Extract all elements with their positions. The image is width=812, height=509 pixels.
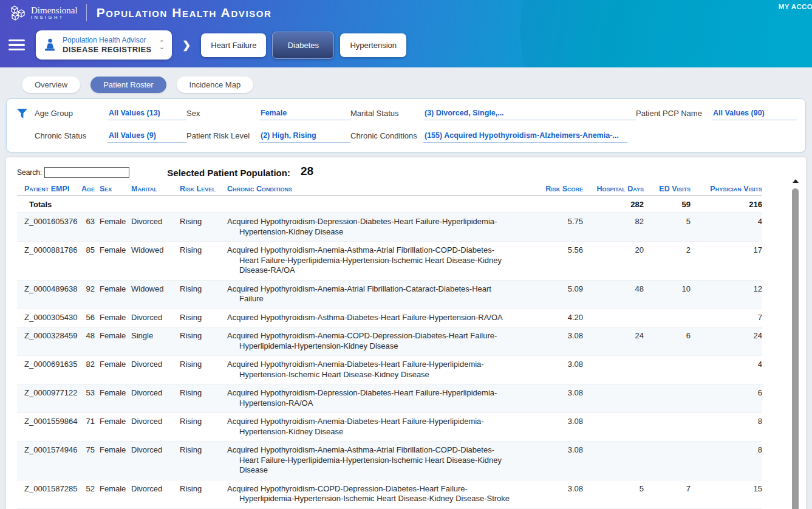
hamburger-menu-icon[interactable] <box>9 39 25 51</box>
selected-population-count: 28 <box>301 165 313 178</box>
selector-spinner-icon[interactable]: ⌃⌄ <box>159 41 166 49</box>
cell-physician-visits: 7 <box>691 309 762 327</box>
tab-overview[interactable]: Overview <box>22 77 80 93</box>
cell-ed-visits <box>644 413 691 442</box>
filter-value-marital-status[interactable]: (3) Divorced, Single,... <box>423 107 636 120</box>
cell-marital: Divorced <box>131 356 180 384</box>
table-row[interactable]: Z_0000691635 82 Female Divorced Rising A… <box>17 356 762 384</box>
table-row[interactable]: Z_0000881786 85 Female Widowed Rising Ac… <box>17 242 762 281</box>
cell-chronic-conditions: Acquired Hypothyroidism-Anemia-COPD-Depr… <box>227 327 541 356</box>
filter-funnel-icon <box>16 107 35 119</box>
table-row[interactable]: Z_0000977122 53 Female Divorced Rising A… <box>17 384 762 413</box>
header-divider <box>86 4 87 21</box>
tab-heart-failure[interactable]: Heart Failure <box>201 33 266 57</box>
cell-chronic-conditions: Acquired Hypothyroidism-Depression-Diabe… <box>227 384 541 413</box>
chevron-right-icon[interactable]: ❯ <box>182 39 191 52</box>
cell-risk-level: Rising <box>180 309 227 327</box>
tab-incidence-map[interactable]: Incidence Map <box>177 77 254 93</box>
cell-age: 85 <box>78 242 95 281</box>
cell-hospital-days: 82 <box>583 213 644 242</box>
cell-age: 63 <box>78 213 95 242</box>
cell-risk-level: Rising <box>180 242 227 281</box>
cell-risk-score: 3.08 <box>541 442 583 480</box>
table-row[interactable]: Z_0000305430 56 Female Divorced Rising A… <box>17 309 762 327</box>
registry-app-name: Population Health Advisor <box>63 36 152 45</box>
search-input[interactable] <box>44 167 129 178</box>
filter-value-chronic-status[interactable]: All Values (9) <box>107 129 186 143</box>
cell-ed-visits <box>644 356 691 384</box>
cell-marital: Divorced <box>131 442 180 480</box>
page-title: Population Health Advisor <box>97 5 272 20</box>
filter-value-chronic-conditions[interactable]: (155) Acquired Hypothyroidism-Alzheimers… <box>423 129 627 143</box>
scrollbar-thumb[interactable] <box>792 188 799 509</box>
column-header-age[interactable]: Age <box>78 183 95 196</box>
cell-chronic-conditions: Acquired Hypothyroidism-Asthma-Diabetes-… <box>227 309 541 327</box>
column-header-patient-empi[interactable]: Patient EMPI <box>17 183 78 196</box>
filter-label-age-group: Age Group <box>35 107 107 118</box>
column-header-chronic-conditions[interactable]: Chronic Conditions <box>227 183 541 196</box>
table-row[interactable]: Z_0001559864 71 Female Divorced Rising A… <box>17 413 762 442</box>
cell-hospital-days: 5 <box>583 480 644 508</box>
header-brand-row: Dimensional INSIGHT Population Health Ad… <box>0 0 812 26</box>
table-row[interactable]: Z_0001574946 75 Female Divorced Rising A… <box>17 442 762 480</box>
cell-hospital-days: 48 <box>583 280 644 309</box>
table-row[interactable]: Z_0001605376 63 Female Divorced Rising A… <box>17 213 762 242</box>
cell-age: 48 <box>78 327 95 356</box>
cell-marital: Single <box>131 327 180 356</box>
cell-physician-visits: 17 <box>691 242 762 281</box>
column-header-risk-level[interactable]: Risk Level <box>180 183 227 196</box>
filter-label-chronic-status: Chronic Status <box>35 129 107 140</box>
cell-risk-score: 3.08 <box>541 356 583 384</box>
column-header-marital[interactable]: Marital <box>131 183 180 196</box>
cell-empi: Z_0000691635 <box>17 356 78 384</box>
cell-sex: Female <box>95 384 131 413</box>
tab-diabetes[interactable]: Diabetes <box>272 32 334 59</box>
table-row[interactable]: Z_0000328459 48 Female Single Rising Acq… <box>17 327 762 356</box>
cell-empi: Z_0000881786 <box>17 242 78 281</box>
registry-selector[interactable]: Population Health Advisor DISEASE REGIST… <box>36 30 172 60</box>
cell-physician-visits: 6 <box>691 384 762 413</box>
totals-risk-score <box>541 196 583 213</box>
column-header-hospital-days[interactable]: Hospital Days <box>583 183 644 196</box>
filter-label-patient-pcp-name: Patient PCP Name <box>636 107 712 118</box>
scroll-up-arrow-icon[interactable] <box>793 179 799 183</box>
table-header-row: Patient EMPI Age Sex Marital Risk Level … <box>17 183 762 196</box>
cell-risk-score: 4.20 <box>541 309 583 327</box>
filter-label-sex: Sex <box>186 107 259 118</box>
cell-sex: Female <box>95 280 131 309</box>
patient-roster-table: Patient EMPI Age Sex Marital Risk Level … <box>17 183 762 509</box>
table-row[interactable]: Z_0000489638 92 Female Widowed Rising Ac… <box>17 280 762 309</box>
cell-age: 52 <box>78 480 95 508</box>
tab-hypertension[interactable]: Hypertension <box>340 33 406 57</box>
column-header-sex[interactable]: Sex <box>95 183 131 196</box>
my-account-link[interactable]: MY ACCOUNT <box>779 3 812 10</box>
cell-risk-score: 3.08 <box>541 413 583 442</box>
header-nav-row: Population Health Advisor DISEASE REGIST… <box>0 26 812 64</box>
cell-physician-visits: 4 <box>691 213 762 242</box>
cell-age: 75 <box>78 442 95 480</box>
registry-tab-bar: Heart Failure Diabetes Hypertension <box>201 32 406 59</box>
column-header-physician-visits[interactable]: Physician Visits <box>691 183 762 196</box>
filter-label-chronic-conditions: Chronic Conditions <box>350 129 423 140</box>
cell-chronic-conditions: Acquired Hypothyroidism-Depression-Diabe… <box>227 213 541 242</box>
cell-empi: Z_0000305430 <box>17 309 78 327</box>
tab-patient-roster[interactable]: Patient Roster <box>90 77 166 93</box>
totals-physician-visits: 216 <box>691 196 762 213</box>
cell-chronic-conditions: Acquired Hypothyroidism-Anemia-Atrial Fi… <box>227 280 541 309</box>
cell-ed-visits: 6 <box>644 327 691 356</box>
cell-empi: Z_0000328459 <box>17 327 78 356</box>
cell-ed-visits: 5 <box>644 213 691 242</box>
column-header-risk-score[interactable]: Risk Score <box>541 183 583 196</box>
cell-sex: Female <box>95 480 131 508</box>
cell-empi: Z_0001587285 <box>17 480 78 508</box>
filter-value-patient-pcp-name[interactable]: All Values (90) <box>712 107 797 120</box>
filter-value-patient-risk-level[interactable]: (2) High, Rising <box>259 129 350 143</box>
logo-text-line2: INSIGHT <box>31 15 78 20</box>
cell-risk-score: 3.08 <box>541 327 583 356</box>
filter-value-age-group[interactable]: All Values (13) <box>107 107 186 120</box>
table-row[interactable]: Z_0001587285 52 Female Divorced Rising A… <box>17 480 762 508</box>
filter-value-sex[interactable]: Female <box>259 107 350 120</box>
column-header-ed-visits[interactable]: ED Visits <box>644 183 691 196</box>
cell-risk-score: 5.75 <box>541 213 583 242</box>
cell-sex: Female <box>95 242 131 281</box>
